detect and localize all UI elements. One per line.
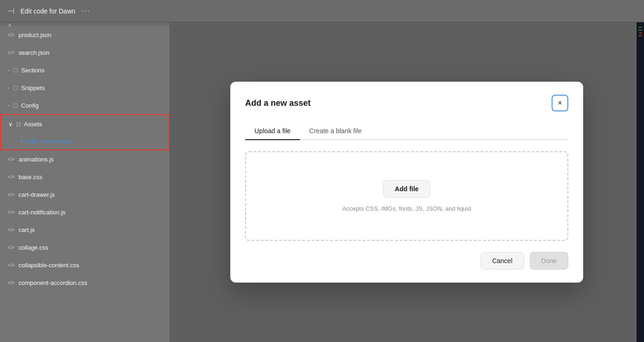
folder-icon: □ [13, 84, 17, 91]
modal-tabs: Upload a file Create a blank file [245, 123, 568, 140]
sidebar-item-label: Snippets [21, 84, 45, 91]
tab-upload-file[interactable]: Upload a file [245, 123, 300, 140]
sidebar-item-cart-js[interactable]: </> cart.js [0, 221, 169, 239]
sidebar-item-label: animations.js [19, 156, 54, 163]
sidebar: ▲ </> product.json </> search.json › □ S… [0, 22, 169, 342]
sidebar-item-cart-drawer-js[interactable]: </> cart-drawer.js [0, 186, 169, 203]
cancel-button[interactable]: Cancel [481, 252, 524, 270]
header: ⊣ Edit code for Dawn ··· [0, 0, 644, 22]
sidebar-scroll-top: ▲ [0, 22, 169, 26]
code-icon: </> [7, 262, 15, 268]
sidebar-item-collapsible-content-css[interactable]: </> collapsible-content.css [0, 256, 169, 274]
assets-section: ∨ □ Assets + Add a new asset [0, 114, 169, 150]
sidebar-item-label: Assets [24, 121, 42, 128]
code-icon: </> [7, 32, 15, 38]
add-new-asset-item[interactable]: + Add a new asset [1, 133, 169, 149]
code-icon: </> [7, 280, 15, 285]
sidebar-item-label: collapsible-content.css [19, 262, 79, 269]
sidebar-item-label: component-accordion.css [19, 279, 87, 286]
tab-create-blank-file[interactable]: Create a blank file [300, 123, 371, 140]
sidebar-item-base-css[interactable]: </> base.css [0, 168, 169, 186]
sidebar-item-sections[interactable]: › □ Sections [0, 61, 169, 79]
chevron-right-icon: › [7, 85, 9, 90]
sidebar-item-component-accordion-css[interactable]: </> component-accordion.css [0, 274, 169, 291]
sidebar-item-label: cart-drawer.js [19, 191, 55, 198]
sidebar-item-label: cart.js [19, 226, 35, 233]
sidebar-item-assets[interactable]: ∨ □ Assets [1, 115, 169, 133]
drop-zone-hint: Accepts CSS, IMGs, fonts, JS, JSON, and … [342, 205, 471, 212]
modal-title: Add a new asset [245, 98, 311, 108]
add-file-button[interactable]: Add file [383, 180, 430, 198]
sidebar-item-label: search.json [19, 49, 49, 56]
code-icon: </> [7, 209, 15, 215]
file-drop-zone[interactable]: Add file Accepts CSS, IMGs, fonts, JS, J… [245, 151, 568, 241]
folder-icon: □ [13, 66, 17, 74]
more-options-icon[interactable]: ··· [81, 6, 91, 16]
plus-icon: + [20, 137, 23, 145]
scroll-up-arrow: ▲ [7, 22, 12, 27]
chevron-right-icon: › [7, 68, 9, 73]
sidebar-item-label: product.json [19, 32, 52, 39]
sidebar-item-label: collage.css [19, 244, 48, 251]
modal-dialog: Add a new asset × Upload a file Create a… [230, 82, 583, 283]
main-layout: ▲ </> product.json </> search.json › □ S… [0, 22, 644, 342]
sidebar-item-label: cart-notification.js [19, 209, 65, 216]
code-icon: </> [7, 50, 15, 55]
sidebar-item-cart-notification-js[interactable]: </> cart-notification.js [0, 203, 169, 221]
main-content: Add a new asset × Upload a file Create a… [169, 22, 644, 342]
back-icon[interactable]: ⊣ [7, 6, 15, 16]
modal-overlay: Add a new asset × Upload a file Create a… [169, 22, 644, 342]
sidebar-item-search-json[interactable]: </> search.json [0, 44, 169, 61]
sidebar-item-config[interactable]: › □ Config [0, 97, 169, 114]
sidebar-item-label: base.css [19, 174, 42, 181]
done-button: Done [530, 252, 568, 270]
code-icon: </> [7, 245, 15, 250]
sidebar-item-collage-css[interactable]: </> collage.css [0, 239, 169, 256]
chevron-right-icon: › [7, 103, 9, 108]
sidebar-item-label: Config [21, 102, 39, 109]
code-icon: </> [7, 227, 15, 232]
folder-icon: □ [13, 102, 17, 109]
code-icon: </> [7, 156, 15, 162]
header-title: Edit code for Dawn [20, 7, 75, 15]
modal-footer: Cancel Done [245, 252, 568, 270]
chevron-down-icon: ∨ [8, 121, 13, 128]
sidebar-item-product-json[interactable]: </> product.json [0, 26, 169, 44]
folder-icon: □ [17, 121, 20, 128]
add-new-asset-label: Add a new asset [26, 138, 71, 145]
code-icon: </> [7, 192, 15, 197]
sidebar-item-label: Sections [21, 67, 45, 74]
modal-header: Add a new asset × [245, 95, 568, 111]
sidebar-item-snippets[interactable]: › □ Snippets [0, 79, 169, 97]
modal-close-button[interactable]: × [552, 95, 568, 111]
code-icon: </> [7, 174, 15, 180]
sidebar-item-animations-js[interactable]: </> animations.js [0, 150, 169, 168]
